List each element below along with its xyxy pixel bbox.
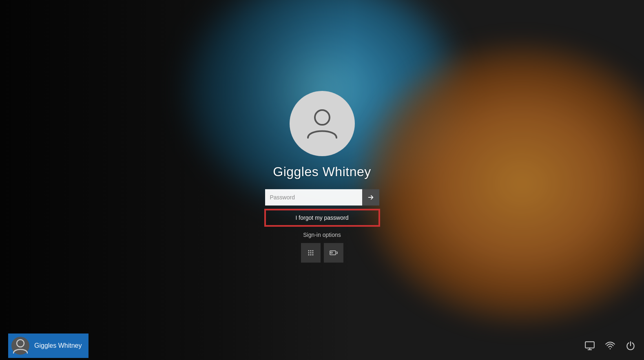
svg-point-12 (17, 340, 24, 347)
signin-options-row (301, 243, 343, 263)
arrow-right-icon (367, 194, 374, 201)
username-label: Giggles Whitney (273, 164, 371, 179)
signin-options-label[interactable]: Sign-in options (303, 232, 341, 238)
password-row (265, 189, 379, 205)
system-icons (584, 340, 636, 351)
svg-point-5 (310, 252, 311, 253)
svg-point-3 (312, 250, 313, 251)
network-icon[interactable] (605, 340, 615, 351)
svg-rect-11 (331, 252, 332, 253)
pin-signin-button[interactable] (301, 243, 321, 263)
svg-point-6 (312, 252, 313, 253)
taskbar: Giggles Whitney (0, 331, 644, 360)
svg-point-0 (315, 110, 330, 125)
user-tile-name: Giggles Whitney (34, 342, 82, 349)
svg-point-8 (310, 254, 311, 255)
submit-button[interactable] (362, 189, 379, 205)
display-icon[interactable] (584, 340, 595, 351)
user-tile-avatar-icon (11, 337, 29, 355)
power-icon[interactable] (625, 340, 636, 351)
svg-point-1 (308, 250, 309, 251)
forgot-password-button[interactable]: I forgot my password (265, 210, 379, 226)
svg-point-4 (308, 252, 309, 253)
avatar (290, 91, 355, 156)
smartcard-icon (329, 248, 339, 258)
user-avatar-icon (304, 104, 341, 143)
svg-rect-13 (585, 342, 594, 348)
password-input[interactable] (265, 189, 362, 205)
user-tile[interactable]: Giggles Whitney (8, 333, 89, 358)
svg-point-7 (308, 254, 309, 255)
user-tile-avatar (11, 337, 29, 355)
svg-point-2 (310, 250, 311, 251)
login-container: Giggles Whitney I forgot my password Sig… (265, 91, 379, 263)
svg-point-9 (312, 254, 313, 255)
keypad-icon (306, 248, 316, 258)
smartcard-signin-button[interactable] (324, 243, 343, 263)
